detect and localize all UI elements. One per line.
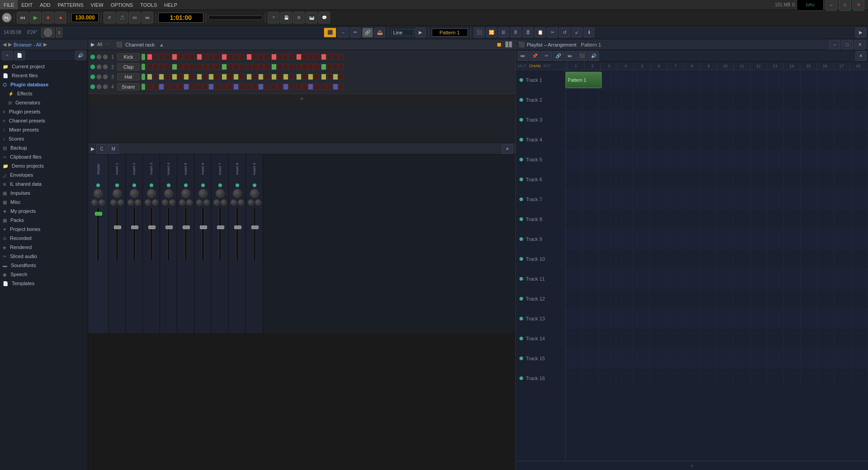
grid-cell-5-0[interactable] <box>566 169 582 189</box>
grid-cell-4-1[interactable] <box>582 150 599 169</box>
grid-cell-2-3[interactable] <box>616 110 633 129</box>
grid-cell-6-6[interactable] <box>666 189 683 209</box>
grid-cell-7-17[interactable] <box>851 209 868 229</box>
grid-cell-14-4[interactable] <box>633 348 650 368</box>
beat-btn-18[interactable] <box>258 84 264 90</box>
playlist-add-track[interactable]: + <box>516 461 868 470</box>
ch-led-0[interactable] <box>90 54 95 60</box>
pan-left-5[interactable] <box>179 199 185 206</box>
view-btn2[interactable]: → <box>338 28 349 38</box>
ch-fader[interactable] <box>142 54 145 60</box>
beat-btn-13[interactable] <box>227 84 233 90</box>
beat-btn-21[interactable] <box>277 64 283 70</box>
grid-cell-13-12[interactable] <box>767 329 784 348</box>
grid-cell-9-13[interactable] <box>784 249 801 268</box>
forward-icon[interactable]: ▶ <box>8 42 12 47</box>
beat-btn-22[interactable] <box>283 64 288 70</box>
grid-cell-10-2[interactable] <box>599 269 616 288</box>
browser-arrow[interactable]: ▶ <box>43 42 47 47</box>
beat-btn-2[interactable] <box>159 64 164 70</box>
beat-btn-27[interactable] <box>314 84 319 90</box>
beat-btn-17[interactable] <box>252 54 258 60</box>
grid-cell-10-4[interactable] <box>633 269 650 288</box>
beat-btn-25[interactable] <box>302 54 307 60</box>
ch-name-label[interactable]: Kick <box>117 53 140 61</box>
grid-cell-3-8[interactable] <box>700 130 717 149</box>
ch-btn7[interactable]: ✂ <box>547 28 558 38</box>
grid-cell-10-7[interactable] <box>683 269 700 288</box>
grid-cell-4-11[interactable] <box>750 150 767 169</box>
browser-item-channel-presets[interactable]: ≡Channel presets <box>0 116 88 125</box>
grid-cell-10-12[interactable] <box>767 269 784 288</box>
grid-cell-6-4[interactable] <box>633 189 650 209</box>
channel-rack-bars[interactable]: ▊▊ <box>505 42 513 47</box>
grid-track-2[interactable] <box>566 110 868 130</box>
mixer-knob-9[interactable] <box>250 189 259 198</box>
ch-btn9[interactable]: ↙ <box>571 28 582 38</box>
beat-btn-21[interactable] <box>277 84 283 90</box>
grid-cell-3-13[interactable] <box>784 130 801 149</box>
grid-cell-6-12[interactable] <box>767 189 784 209</box>
grid-cell-8-15[interactable] <box>818 229 835 249</box>
beat-btn-0[interactable] <box>147 54 152 60</box>
browser-item-effects[interactable]: ⚡Effects <box>0 89 88 98</box>
grid-cell-0-16[interactable] <box>835 70 851 89</box>
pl-btn5[interactable]: ⏭ <box>565 51 576 61</box>
grid-cell-11-16[interactable] <box>835 289 851 308</box>
ch-btn2[interactable]: 🔀 <box>486 28 497 38</box>
ch-led-0[interactable] <box>90 84 95 89</box>
grid-cell-15-10[interactable] <box>734 368 750 388</box>
ch-led-2[interactable] <box>103 64 108 70</box>
grid-cell-14-5[interactable] <box>650 348 666 368</box>
pan-right-2[interactable] <box>135 199 141 206</box>
beat-btn-11[interactable] <box>214 84 220 90</box>
grid-cell-9-2[interactable] <box>599 249 616 268</box>
grid-cell-1-9[interactable] <box>717 90 734 109</box>
track-label-0[interactable]: Track 1 <box>516 70 565 90</box>
grid-cell-5-7[interactable] <box>683 169 700 189</box>
grid-cell-9-6[interactable] <box>666 249 683 268</box>
mixer-fader-handle-0[interactable] <box>95 212 102 216</box>
grid-cell-10-6[interactable] <box>666 269 683 288</box>
track-label-13[interactable]: Track 14 <box>516 329 565 348</box>
mixer-dot-1[interactable] <box>115 183 119 187</box>
grid-cell-13-6[interactable] <box>666 329 683 348</box>
beat-btn-6[interactable] <box>184 84 189 90</box>
grid-cell-8-8[interactable] <box>700 229 717 249</box>
menu-help[interactable]: HELP <box>160 0 181 9</box>
pan-right-5[interactable] <box>186 199 193 206</box>
grid-cell-9-0[interactable] <box>566 249 582 268</box>
browser-item-project-bones[interactable]: ✦Project bones <box>0 225 88 234</box>
beat-btn-13[interactable] <box>227 64 233 70</box>
ch-led-0[interactable] <box>90 64 95 70</box>
beat-btn-10[interactable] <box>208 74 214 80</box>
beat-btn-21[interactable] <box>277 74 283 80</box>
view-btn4[interactable]: 🔗 <box>362 28 373 38</box>
beat-btn-2[interactable] <box>159 74 164 80</box>
grid-cell-6-5[interactable] <box>650 189 666 209</box>
mixer-knob-0[interactable] <box>94 189 103 198</box>
grid-cell-5-13[interactable] <box>784 169 801 189</box>
track-label-4[interactable]: Track 5 <box>516 150 565 169</box>
grid-cell-6-3[interactable] <box>616 189 633 209</box>
beat-btn-29[interactable] <box>327 64 332 70</box>
mixer-fader-track-6[interactable] <box>202 207 204 261</box>
grid-cell-5-10[interactable] <box>734 169 750 189</box>
beat-btn-20[interactable] <box>271 84 277 90</box>
chat-btn[interactable]: 💬 <box>318 12 330 24</box>
pl-btn1[interactable]: ⏭ <box>518 51 528 61</box>
grid-cell-10-0[interactable] <box>566 269 582 288</box>
mixer-fader-handle-5[interactable] <box>183 226 190 229</box>
grid-cell-9-12[interactable] <box>767 249 784 268</box>
playlist-grid[interactable]: Pattern 1 <box>566 70 868 461</box>
grid-cell-0-3[interactable] <box>616 70 633 89</box>
ch-btn5[interactable]: 🎛 <box>523 28 533 38</box>
grid-cell-10-8[interactable] <box>700 269 717 288</box>
grid-cell-9-1[interactable] <box>582 249 599 268</box>
grid-cell-11-2[interactable] <box>599 289 616 308</box>
mixer-fader-track-7[interactable] <box>219 207 222 261</box>
beat-btn-25[interactable] <box>302 84 307 90</box>
menu-patterns[interactable]: PATTERNS <box>54 0 87 9</box>
grid-cell-1-17[interactable] <box>851 90 868 109</box>
grid-cell-9-4[interactable] <box>633 249 650 268</box>
